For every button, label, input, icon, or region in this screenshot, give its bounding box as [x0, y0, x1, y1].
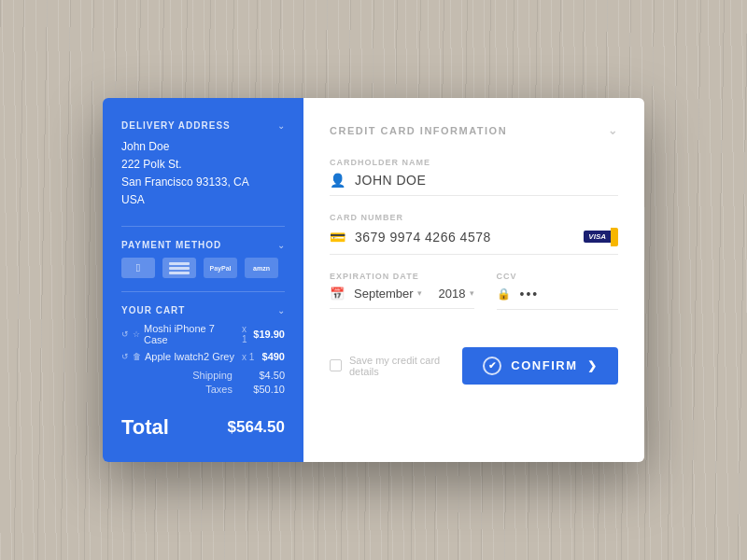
- month-select[interactable]: September ▾: [354, 287, 422, 301]
- save-checkbox[interactable]: [330, 359, 342, 371]
- left-panel: DELIVERY ADDRESS ⌄ John Doe 222 Polk St.…: [103, 98, 303, 463]
- item-2-price: $490: [262, 351, 285, 362]
- refresh-icon: ↺: [121, 329, 129, 339]
- ccv-section: CCV 🔒 •••: [497, 272, 618, 327]
- credit-card-title: CREDIT CARD INFORMATION ⌄: [330, 124, 618, 137]
- cart-section-header: YOUR CART ⌄: [121, 305, 285, 315]
- address-country: USA: [121, 191, 285, 209]
- year-value: 2018: [439, 287, 466, 301]
- cart-title: YOUR CART: [121, 305, 185, 315]
- star-icon: ☆: [133, 329, 140, 339]
- cardholder-field: 👤 JOHN DOE: [330, 173, 618, 196]
- cart-chevron-icon[interactable]: ⌄: [277, 305, 285, 315]
- shipping-label: Shipping: [192, 370, 233, 381]
- credit-card-icon[interactable]: [162, 258, 196, 278]
- address-street: 222 Polk St.: [121, 156, 285, 174]
- exp-field: 📅 September ▾ 2018 ▾: [330, 287, 474, 309]
- cardholder-label: CARDHOLDER NAME: [330, 158, 618, 167]
- payment-title: PAYMENT METHOD: [121, 240, 221, 250]
- confirm-label: CONFIRM: [511, 358, 577, 372]
- cart-summary: Shipping $4.50 Taxes $50.10: [121, 370, 285, 395]
- payment-icons:  PayPal amzn: [121, 258, 285, 278]
- confirm-arrow-icon: ❯: [587, 359, 599, 372]
- taxes-label: Taxes: [205, 384, 233, 395]
- address-city: San Francisco 93133, CA: [121, 174, 285, 191]
- card-number-field: 💳 3679 9974 4266 4578 VISA: [330, 228, 618, 255]
- expiration-section: EXPIRATION DATE 📅 September ▾ 2018 ▾: [330, 272, 474, 327]
- item-1-name: Moshi iPhone 7 Case: [144, 323, 234, 345]
- exp-label: EXPIRATION DATE: [330, 272, 474, 281]
- taxes-row: Taxes $50.10: [121, 384, 285, 395]
- divider-1: [121, 226, 285, 227]
- taxes-value: $50.10: [247, 384, 285, 395]
- ccv-value[interactable]: •••: [520, 287, 540, 301]
- save-text: Save my credit card details: [349, 355, 462, 377]
- divider-2: [121, 291, 285, 292]
- delivery-address: John Doe 222 Polk St. San Francisco 9313…: [121, 138, 285, 210]
- month-value: September: [354, 287, 414, 301]
- cart-item-1: ↺ ☆ Moshi iPhone 7 Case x 1 $19.90: [121, 323, 285, 345]
- apple-pay-icon[interactable]: : [121, 258, 155, 278]
- card-icon: 💳: [330, 230, 345, 245]
- year-chevron-icon: ▾: [470, 288, 474, 298]
- item-1-price: $19.90: [253, 329, 285, 340]
- person-icon: 👤: [330, 173, 345, 188]
- cart-item-2: ↺ 🗑 Apple Iwatch2 Grey x 1 $490: [121, 351, 285, 362]
- refresh-icon-2: ↺: [121, 352, 129, 361]
- item-2-qty: x 1: [242, 352, 254, 362]
- cardholder-value[interactable]: JOHN DOE: [355, 173, 426, 188]
- checkout-modal: DELIVERY ADDRESS ⌄ John Doe 222 Polk St.…: [103, 98, 644, 463]
- cart-section: YOUR CART ⌄ ↺ ☆ Moshi iPhone 7 Case x 1 …: [121, 305, 285, 440]
- total-value: $564.50: [228, 418, 285, 437]
- address-name: John Doe: [121, 138, 285, 156]
- visa-badge: VISA: [584, 228, 618, 246]
- payment-chevron-icon[interactable]: ⌄: [277, 240, 285, 250]
- paypal-icon[interactable]: PayPal: [204, 258, 237, 278]
- shipping-row: Shipping $4.50: [121, 370, 285, 381]
- delivery-section-header: DELIVERY ADDRESS ⌄: [121, 120, 285, 131]
- lock-icon: 🔒: [497, 287, 511, 301]
- trash-icon[interactable]: 🗑: [133, 352, 141, 361]
- year-select[interactable]: 2018 ▾: [439, 287, 474, 301]
- card-number-value[interactable]: 3679 9974 4266 4578: [355, 230, 491, 245]
- bottom-row: Save my credit card details ✔ CONFIRM ❯: [330, 347, 618, 385]
- exp-ccv-row: EXPIRATION DATE 📅 September ▾ 2018 ▾ CCV: [330, 272, 618, 327]
- delivery-chevron-icon[interactable]: ⌄: [277, 120, 285, 131]
- cardholder-section: CARDHOLDER NAME 👤 JOHN DOE: [330, 158, 618, 196]
- amazon-icon[interactable]: amzn: [245, 258, 278, 278]
- ccv-label: CCV: [497, 272, 618, 281]
- save-label[interactable]: Save my credit card details: [330, 355, 462, 377]
- delivery-title: DELIVERY ADDRESS: [121, 120, 231, 131]
- confirm-button[interactable]: ✔ CONFIRM ❯: [462, 347, 618, 385]
- card-number-section: CARD NUMBER 💳 3679 9974 4266 4578 VISA: [330, 213, 618, 255]
- item-1-qty: x 1: [242, 324, 253, 344]
- card-number-label: CARD NUMBER: [330, 213, 618, 222]
- ccv-field: 🔒 •••: [497, 287, 618, 310]
- right-panel: CREDIT CARD INFORMATION ⌄ CARDHOLDER NAM…: [303, 98, 644, 463]
- total-row: Total $564.50: [121, 406, 285, 440]
- cc-chevron-icon[interactable]: ⌄: [608, 124, 619, 137]
- calendar-icon: 📅: [330, 287, 345, 301]
- confirm-check-icon: ✔: [483, 357, 501, 375]
- item-2-name: Apple Iwatch2 Grey: [145, 351, 234, 362]
- total-label: Total: [121, 415, 169, 440]
- shipping-value: $4.50: [247, 370, 285, 381]
- payment-section-header: PAYMENT METHOD ⌄: [121, 240, 285, 250]
- month-chevron-icon: ▾: [417, 288, 422, 298]
